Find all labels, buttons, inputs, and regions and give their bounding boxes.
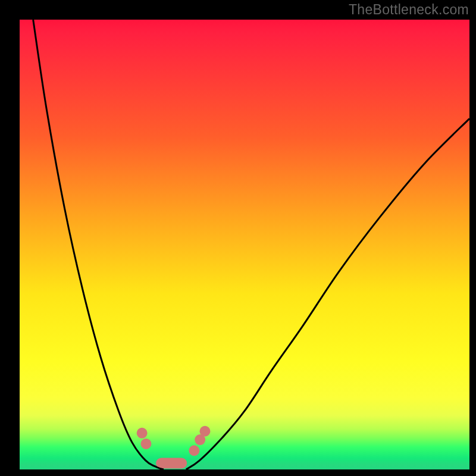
chart-svg — [20, 20, 469, 469]
highlight-layer — [142, 431, 205, 464]
chart-container: TheBottleneck.com — [0, 0, 476, 476]
watermark-text: TheBottleneck.com — [349, 2, 469, 18]
plot-area — [20, 20, 469, 469]
left-curve — [33, 20, 164, 469]
right-curve — [186, 118, 469, 469]
